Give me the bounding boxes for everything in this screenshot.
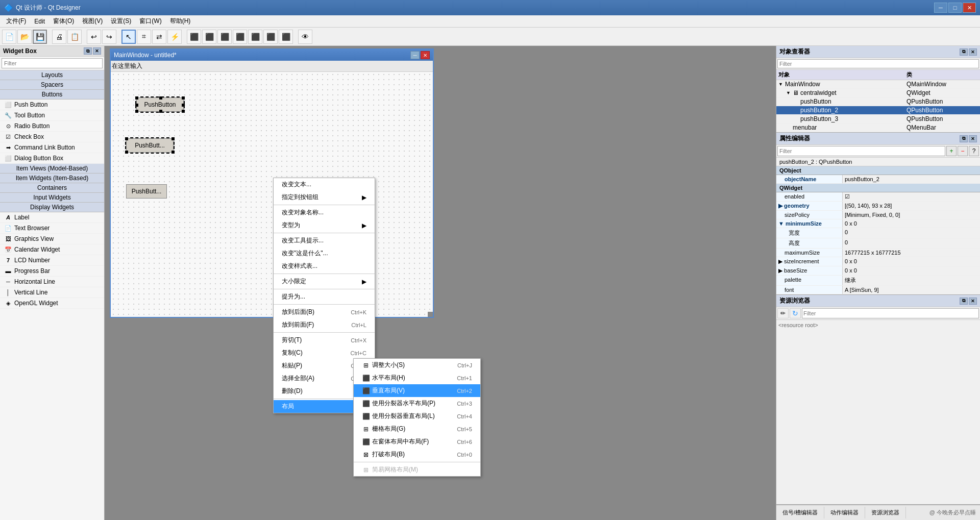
res-browser-close-button[interactable]: ✕ — [969, 298, 977, 305]
res-edit-button[interactable]: ✏ — [777, 308, 789, 318]
prop-row-geometry[interactable]: ▶ geometry [(50, 140), 93 x 28] — [776, 202, 980, 211]
maximize-button[interactable]: □ — [948, 3, 962, 13]
ctx-change-object-name[interactable]: 改变对象名称... — [274, 206, 375, 219]
prop-row-minimumsize[interactable]: ▼ minimumSize 0 x 0 — [776, 219, 980, 228]
wb-item-horizontal-line[interactable]: ─ Horizontal Line — [0, 277, 104, 287]
wb-category-display-widgets[interactable]: Display Widgets — [0, 203, 104, 212]
submenu-hsplit[interactable]: ⬛ 使用分裂器水平布局(P) Ctrl+3 — [354, 397, 480, 410]
canvas-pushbutton-1[interactable]: PushButton — [136, 97, 184, 112]
wb-category-input-widgets[interactable]: Input Widgets — [0, 193, 104, 203]
menu-window[interactable]: 窗口(W) — [135, 15, 165, 27]
vsplit-button[interactable]: ⬛ — [233, 30, 247, 44]
new-button[interactable]: 📄 — [2, 30, 16, 44]
designer-canvas-resize[interactable] — [428, 312, 433, 317]
res-browser-float-button[interactable]: ⧉ — [960, 298, 968, 305]
wb-item-opengl-widget[interactable]: ◈ OpenGL Widget — [0, 298, 104, 309]
menu-view[interactable]: 视图(V) — [78, 15, 107, 27]
submenu-resize[interactable]: ⊞ 调整大小(S) Ctrl+J — [354, 359, 480, 372]
menu-help[interactable]: 帮助(H) — [166, 15, 195, 27]
prop-row-maximumsize[interactable]: maximumSize 16777215 x 16777215 — [776, 249, 980, 257]
submenu-vlayout[interactable]: ⬛ 垂直布局(V) Ctrl+2 — [354, 384, 480, 397]
menu-edit[interactable]: Edit — [30, 15, 49, 27]
submenu-simple-grid[interactable]: ⊞ 简易网格布局(M) — [354, 463, 480, 476]
designer-close-button[interactable]: ✕ — [421, 51, 430, 59]
wb-item-calendar-widget[interactable]: 📅 Calendar Widget — [0, 244, 104, 255]
tab-signal-slot-editor[interactable]: 信号/槽编辑器 — [776, 507, 824, 518]
prop-row-font[interactable]: font A [SimSun, 9] — [776, 286, 980, 294]
obj-row-mainwindow[interactable]: ▼ MainWindow QMainWindow — [776, 80, 980, 89]
submenu-vsplit[interactable]: ⬛ 使用分裂器垂直布局(L) Ctrl+4 — [354, 410, 480, 423]
obj-row-menubar[interactable]: menubar QMenuBar — [776, 123, 980, 132]
close-button[interactable]: ✕ — [963, 3, 976, 13]
minimize-button[interactable]: ─ — [934, 3, 947, 13]
widget-box-float-button[interactable]: ⧉ — [84, 47, 92, 55]
wb-category-spacers[interactable]: Spacers — [0, 80, 104, 90]
wb-item-dialog-button-box[interactable]: ⬜ Dialog Button Box — [0, 153, 104, 164]
prop-row-basesize[interactable]: ▶ baseSize 0 x 0 — [776, 266, 980, 276]
ctx-size-constraint[interactable]: 大小限定 ▶ — [274, 275, 375, 288]
property-filter-input[interactable] — [777, 146, 945, 156]
grid-button[interactable]: ⬛ — [248, 30, 262, 44]
prop-row-enabled[interactable]: enabled ☑ — [776, 192, 980, 202]
ctx-cut[interactable]: 剪切(T) Ctrl+X — [274, 334, 375, 346]
widget-box-filter-input[interactable] — [2, 58, 103, 68]
ctx-promote-to[interactable]: 提升为... — [274, 290, 375, 303]
prop-add-button[interactable]: + — [946, 146, 957, 156]
wb-category-item-views[interactable]: Item Views (Model-Based) — [0, 164, 104, 174]
menu-file[interactable]: 文件(F) — [2, 15, 30, 27]
ctx-change-tooltip[interactable]: 改变工具提示... — [274, 234, 375, 247]
ctx-change-stylesheet[interactable]: 改变样式表... — [274, 260, 375, 273]
obj-inspector-close-button[interactable]: ✕ — [969, 48, 977, 56]
ctx-change-text[interactable]: 改变文本... — [274, 178, 375, 191]
canvas-pushbutton-2[interactable]: PushButt... — [126, 138, 174, 153]
prop-info-button[interactable]: ? — [969, 146, 979, 156]
wb-item-graphics-view[interactable]: 🖼 Graphics View — [0, 234, 104, 244]
wb-category-layouts[interactable]: Layouts — [0, 70, 104, 80]
designer-minimize-button[interactable]: ─ — [410, 51, 420, 59]
resource-browser-filter-input[interactable] — [802, 308, 979, 318]
tab-resource-browser[interactable]: 资源浏览器 — [865, 507, 906, 518]
prop-row-palette[interactable]: palette 继承 — [776, 276, 980, 286]
prop-row-sizeincrement[interactable]: ▶ sizeIncrement 0 x 0 — [776, 257, 980, 266]
print-button[interactable]: 🖨 — [52, 30, 66, 44]
submenu-break[interactable]: ⊠ 打破布局(B) Ctrl+0 — [354, 448, 480, 461]
prop-row-width[interactable]: 宽度 0 — [776, 228, 980, 238]
wb-item-check-box[interactable]: ☑ Check Box — [0, 132, 104, 142]
prop-editor-float-button[interactable]: ⧉ — [960, 135, 968, 142]
open-button[interactable]: 📂 — [17, 30, 32, 44]
wb-item-lcd-number[interactable]: 7 LCD Number — [0, 255, 104, 266]
hlayout-button[interactable]: ⬛ — [187, 30, 201, 44]
tab-action-editor[interactable]: 动作编辑器 — [824, 507, 865, 518]
widget-box-close-button[interactable]: ✕ — [93, 47, 101, 55]
buddies-button[interactable]: ⇄ — [152, 30, 166, 44]
menu-settings[interactable]: 设置(S) — [107, 15, 135, 27]
prop-remove-button[interactable]: − — [958, 146, 968, 156]
form-button[interactable]: ⬛ — [263, 30, 278, 44]
select-button[interactable]: ↖ — [121, 30, 136, 44]
vlayout-button[interactable]: ⬛ — [202, 30, 216, 44]
hsplit-button[interactable]: ⬛ — [217, 30, 232, 44]
wb-item-tool-button[interactable]: 🔧 Tool Button — [0, 110, 104, 121]
wb-item-label[interactable]: A Label — [0, 212, 104, 223]
canvas-pushbutton-3[interactable]: PushButt... — [126, 184, 167, 199]
menu-form[interactable]: 窗体(O) — [49, 15, 78, 27]
save-button[interactable]: 💾 — [33, 30, 47, 44]
ctx-bring-to-front[interactable]: 放到前面(F) Ctrl+L — [274, 318, 375, 331]
wb-item-text-browser[interactable]: 📄 Text Browser — [0, 223, 104, 234]
break-button[interactable]: ⬛ — [279, 30, 293, 44]
ctx-copy[interactable]: 复制(C) Ctrl+C — [274, 346, 375, 359]
redo-button[interactable]: ↪ — [102, 30, 116, 44]
designer-canvas[interactable]: PushButton PushButt... — [111, 72, 433, 317]
prop-row-sizepolicy[interactable]: sizePolicy [Minimum, Fixed, 0, 0] — [776, 211, 980, 219]
wb-item-command-link[interactable]: ➡ Command Link Button — [0, 142, 104, 153]
wb-item-vertical-line[interactable]: │ Vertical Line — [0, 287, 104, 298]
ctx-morph-into[interactable]: 变型为 ▶ — [274, 219, 375, 232]
obj-row-centralwidget[interactable]: ▼ 🖥 centralwidget QWidget — [776, 89, 980, 97]
res-refresh-button[interactable]: ↻ — [790, 308, 801, 318]
tab-order-button[interactable]: ⌗ — [137, 30, 151, 44]
wb-item-progress-bar[interactable]: ▬ Progress Bar — [0, 266, 104, 277]
submenu-grid[interactable]: ⊞ 栅格布局(G) Ctrl+5 — [354, 423, 480, 435]
submenu-form[interactable]: ⬛ 在窗体布局中布局(F) Ctrl+6 — [354, 435, 480, 448]
designer-toolbar[interactable]: 在这里输入 — [111, 61, 433, 72]
preview-button[interactable]: 👁 — [298, 30, 312, 44]
